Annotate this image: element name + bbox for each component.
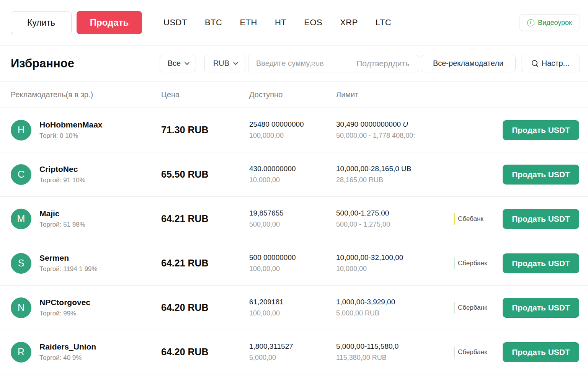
advertiser-trades: Торгой: 99%: [39, 310, 90, 317]
limit-cell: 10,000,00-32,100,00 10,000,00: [336, 253, 454, 273]
price-value: 64.21 RUB: [161, 258, 249, 269]
payment-badge: Сбербанк: [454, 258, 503, 269]
settings-search-button[interactable]: Настр...: [521, 55, 580, 72]
filter-row: Избранное Все RUB Введите сумму,RUB Подт…: [0, 45, 588, 82]
limit-fiat: 28,165,00 RUB: [336, 176, 454, 184]
limit-fiat: 500,00 - 1,275,00: [336, 220, 454, 229]
price-value: 64.21 RUB: [161, 213, 249, 224]
buy-button[interactable]: Кулить: [11, 11, 72, 34]
limit-cell: 10,000,00-28,165,0 UB 28,165,00 RUB: [336, 165, 454, 184]
table-row: H HoHobmenMaax Торгй: 0 10% 71.30 RUB 25…: [0, 108, 588, 152]
sell-usdt-button[interactable]: Продать USDT: [503, 298, 579, 318]
sell-cell: Продать USDT: [503, 209, 588, 229]
advertiser-name[interactable]: Sermen: [39, 253, 98, 263]
avatar[interactable]: R: [11, 342, 31, 363]
coin-tab-btc[interactable]: BTC: [205, 18, 222, 28]
header-advertiser: Рекламодатель(в в зр.): [0, 90, 161, 99]
available-amount: 25480 00000000: [249, 120, 336, 129]
payment-method-label: Сбербанк: [458, 348, 487, 356]
limit-range: 500,00-1.275.00: [336, 209, 454, 217]
advertiser-name[interactable]: Majic: [39, 209, 85, 218]
limit-range: 30,490 0000000000 U: [336, 120, 454, 129]
available-fiat: 100,00,00: [249, 265, 336, 273]
avatar[interactable]: H: [11, 120, 31, 140]
available-amount: 500 00000000: [249, 253, 336, 262]
available-amount: 430.00000000: [249, 165, 336, 173]
advertiser-name[interactable]: NPCtorgovec: [39, 298, 90, 307]
limit-fiat: 115,380,00 RUB: [336, 354, 454, 362]
avatar[interactable]: C: [11, 164, 31, 185]
sell-usdt-button[interactable]: Продать USDT: [503, 253, 579, 273]
available-fiat: 10,000,00: [249, 176, 336, 184]
avatar[interactable]: M: [11, 209, 31, 229]
limit-cell: 500,00-1.275.00 500,00 - 1,275,00: [336, 209, 454, 229]
coin-tab-ltc[interactable]: LTC: [376, 18, 391, 28]
coin-tabs: USDTBTCETHHTEOSXRPLTC: [163, 18, 391, 28]
coin-tab-ht[interactable]: HT: [275, 18, 286, 28]
avatar[interactable]: S: [11, 253, 31, 274]
available-cell: 1,800,311527 5,000,00: [249, 342, 336, 362]
payment-bar: [454, 346, 455, 358]
sell-cell: Продать USDT: [503, 120, 588, 140]
top-bar: Кулить Продать USDTBTCETHHTEOSXRPLTC i В…: [0, 0, 588, 45]
coin-tab-eos[interactable]: EOS: [304, 18, 322, 28]
payment-method-label: Сбербанк: [458, 260, 487, 267]
sell-cell: Продать USDT: [503, 253, 588, 273]
table-row: M Majic Торгой: 51 98% 64.21 RUB 19,8576…: [0, 197, 588, 241]
advertiser-cell: R Raiders_Union Торгой: 40 9%: [0, 342, 161, 363]
advertiser-info: CriptoNec Торгой: 91 10%: [39, 165, 85, 184]
header-price: Цена: [161, 90, 249, 99]
available-cell: 19,857655 500,00,00: [249, 209, 336, 229]
limit-fiat: 5,000,00 RUB: [336, 309, 454, 317]
available-amount: 61,209181: [249, 298, 336, 306]
advertiser-cell: H HoHobmenMaax Торгй: 0 10%: [0, 120, 161, 140]
currency-label: RUB: [213, 59, 229, 68]
advertiser-info: Majic Торгой: 51 98%: [39, 209, 85, 229]
all-advertisers-button[interactable]: Все-рекламодатели: [421, 55, 516, 72]
coin-tab-xrp[interactable]: XRP: [340, 18, 358, 28]
available-cell: 500 00000000 100,00,00: [249, 253, 336, 273]
payment-bar: [454, 302, 455, 314]
confirm-button[interactable]: Подтверддить: [356, 59, 410, 68]
advertiser-info: Sermen Торгой: 1194 1 99%: [39, 253, 98, 273]
coin-tab-eth[interactable]: ETH: [240, 18, 257, 28]
advertiser-trades: Торгой: 51 98%: [39, 221, 85, 229]
advertiser-cell: M Majic Торгой: 51 98%: [0, 209, 161, 229]
limit-fiat: 50,000,00 - 1,778 408,00:: [336, 132, 454, 140]
avatar[interactable]: N: [11, 297, 31, 318]
settings-label: Настр...: [542, 59, 570, 68]
amount-input[interactable]: Введите сумму,RUB Подтверддить: [248, 55, 419, 72]
sell-usdt-button[interactable]: Продать USDT: [503, 120, 579, 140]
header-available: Доступно: [249, 90, 336, 99]
coin-tab-usdt[interactable]: USDT: [163, 18, 187, 28]
table-row: S Sermen Торгой: 1194 1 99% 64.21 RUB 50…: [0, 241, 588, 286]
amount-placeholder: Введите сумму,RUB: [256, 59, 324, 68]
chevron-down-icon: [185, 60, 189, 65]
chevron-down-icon: [233, 60, 238, 65]
available-fiat: 100,000,00: [249, 132, 336, 140]
available-cell: 25480 00000000 100,000,00: [249, 120, 336, 140]
sell-usdt-button[interactable]: Продать USDT: [503, 209, 579, 229]
table-row: N NPCtorgovec Торгой: 99% 64.20 RUB 61,2…: [0, 286, 588, 330]
video-tutorial-button[interactable]: i Видеоурок: [519, 14, 580, 31]
table-row: R Raiders_Union Торгой: 40 9% 64.20 RUB …: [0, 330, 588, 374]
limit-range: 10,000,00-32,100,00: [336, 253, 454, 262]
payment-method-label: Сбебанк: [458, 215, 483, 223]
offers-list: H HoHobmenMaax Торгй: 0 10% 71.30 RUB 25…: [0, 108, 588, 374]
payment-bar: [454, 258, 455, 269]
limit-range: 10,000,00-28,165,0 UB: [336, 165, 454, 173]
advertiser-name[interactable]: Raiders_Union: [39, 342, 96, 351]
all-filter-dropdown[interactable]: Все: [160, 55, 196, 72]
advertiser-name[interactable]: HoHobmenMaax: [39, 120, 103, 129]
currency-dropdown[interactable]: RUB: [204, 55, 245, 72]
sell-cell: Продать USDT: [503, 165, 588, 185]
price-value: 65.50 RUB: [161, 169, 249, 180]
video-tutorial-label: Видеоурок: [538, 19, 572, 27]
table-header: Рекламодатель(в в зр.) Цена Доступно Лим…: [0, 82, 588, 108]
sell-usdt-button[interactable]: Продать USDT: [503, 165, 579, 185]
sell-button[interactable]: Продать: [77, 11, 142, 34]
advertiser-name[interactable]: CriptoNec: [39, 165, 85, 174]
sell-usdt-button[interactable]: Продать USDT: [503, 342, 579, 362]
advertiser-cell: C CriptoNec Торгой: 91 10%: [0, 164, 161, 185]
advertiser-cell: S Sermen Торгой: 1194 1 99%: [0, 253, 161, 274]
